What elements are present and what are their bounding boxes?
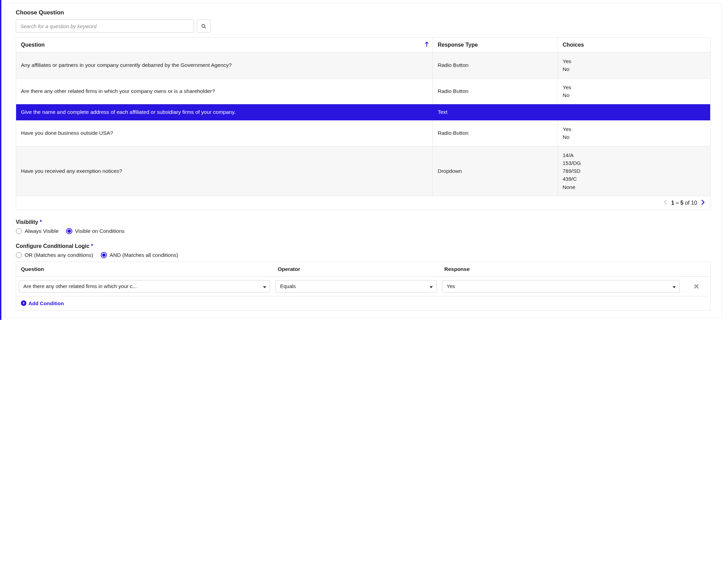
choice-value: No <box>563 65 706 73</box>
sort-asc-icon[interactable] <box>425 42 428 48</box>
radio-icon <box>66 228 72 234</box>
radio-and[interactable]: AND (Matches all conditions) <box>101 252 178 258</box>
conditional-logic-title: Configure Conditional Logic * <box>16 243 711 249</box>
question-table: Question Response Type Choices Any affil… <box>16 37 711 210</box>
radio-always-visible[interactable]: Always Visible <box>16 228 59 234</box>
caret-down-icon <box>672 283 676 289</box>
radio-icon <box>101 252 107 258</box>
cond-col-operator: Operator <box>273 262 439 277</box>
choice-value: 789/SD <box>563 167 706 175</box>
question-cell: Have you received any exemption notices? <box>16 146 433 196</box>
cond-col-response: Response <box>439 262 682 277</box>
response-type-cell: Text <box>433 104 558 120</box>
choice-value: Yes <box>563 57 706 65</box>
table-row[interactable]: Are there any other related firms in whi… <box>16 79 710 105</box>
choice-value: 14/A <box>563 151 706 159</box>
choice-value: No <box>563 91 706 99</box>
svg-line-1 <box>204 27 205 28</box>
pager-prev-icon[interactable] <box>663 200 668 206</box>
question-cell: Have you done business outside USA? <box>16 120 433 146</box>
response-type-cell: Dropdown <box>433 146 558 196</box>
conditional-logic-title-label: Configure Conditional Logic <box>16 243 89 249</box>
choice-value: None <box>563 183 706 191</box>
pager-next-icon[interactable] <box>701 200 705 206</box>
question-cell: Any affiliates or partners in your compa… <box>16 52 433 79</box>
choose-question-title: Choose Question <box>16 9 711 16</box>
response-type-cell: Radio Button <box>433 52 558 79</box>
choices-cell: 14/A153/DG789/SD439/CNone <box>558 146 711 196</box>
svg-point-0 <box>202 24 205 27</box>
choice-value: Yes <box>563 83 706 91</box>
pager: 1 – 5 of 10 <box>663 200 705 206</box>
col-header-response-type[interactable]: Response Type <box>433 38 558 52</box>
conditions-header-row: Question Operator Response <box>16 262 710 277</box>
condition-response-select[interactable]: Yes <box>442 280 680 293</box>
radio-and-label: AND (Matches all conditions) <box>110 252 178 258</box>
visibility-title-label: Visibility <box>16 219 38 225</box>
choices-cell: YesNo <box>558 52 711 79</box>
pager-range: 1 – 5 <box>671 200 683 206</box>
choices-cell: YesNo <box>558 79 711 105</box>
response-type-cell: Radio Button <box>433 120 558 146</box>
choices-cell: YesNo <box>558 120 711 146</box>
table-row[interactable]: Have you received any exemption notices?… <box>16 146 710 196</box>
question-cell: Give the name and complete address of ea… <box>16 104 433 120</box>
response-type-cell: Radio Button <box>433 79 558 105</box>
condition-response-value: Yes <box>447 283 455 289</box>
condition-row: Are there any other related firms in whi… <box>16 277 710 296</box>
cond-col-action <box>682 262 710 277</box>
caret-down-icon <box>429 283 433 289</box>
col-header-choices[interactable]: Choices <box>558 38 711 52</box>
pager-total: 10 <box>691 200 697 206</box>
choice-value: No <box>563 133 706 141</box>
caret-down-icon <box>263 283 266 289</box>
col-header-question-label: Question <box>21 42 45 48</box>
condition-question-value: Are there any other related firms in whi… <box>23 283 137 289</box>
search-icon <box>201 24 206 29</box>
cond-col-question: Question <box>16 262 273 277</box>
radio-icon <box>16 228 22 234</box>
radio-always-visible-label: Always Visible <box>25 228 59 234</box>
radio-visible-on-conditions-label: Visible on Conditions <box>75 228 124 234</box>
table-row[interactable]: Have you done business outside USA?Radio… <box>16 120 710 146</box>
required-indicator: * <box>40 219 42 225</box>
choice-value: 153/DG <box>563 159 706 167</box>
condition-question-select[interactable]: Are there any other related firms in whi… <box>19 280 270 293</box>
choice-value: Yes <box>563 125 706 133</box>
visibility-options: Always Visible Visible on Conditions <box>16 228 711 234</box>
add-condition-button[interactable]: + Add Condition <box>16 296 710 310</box>
pager-text: 1 – 5 of 10 <box>671 200 697 206</box>
pager-of: of <box>685 200 689 206</box>
delete-condition-button[interactable] <box>682 277 710 296</box>
table-row[interactable]: Any affiliates or partners in your compa… <box>16 52 710 79</box>
condition-operator-select[interactable]: Equals <box>276 280 437 293</box>
col-header-question[interactable]: Question <box>16 38 433 52</box>
add-condition-label: Add Condition <box>28 300 64 306</box>
visibility-title: Visibility * <box>16 219 711 225</box>
condition-operator-value: Equals <box>280 283 296 289</box>
logic-mode-options: OR (Matches any conditions) AND (Matches… <box>16 252 711 258</box>
choose-question-panel: Choose Question Question Response Type C… <box>4 3 722 319</box>
table-row[interactable]: Give the name and complete address of ea… <box>16 104 710 120</box>
close-icon <box>694 284 699 289</box>
choices-cell <box>558 104 711 120</box>
radio-or-label: OR (Matches any conditions) <box>25 252 93 258</box>
search-button[interactable] <box>197 20 210 33</box>
search-row <box>16 20 711 33</box>
question-cell: Are there any other related firms in whi… <box>16 79 433 105</box>
radio-icon <box>16 252 22 258</box>
search-input[interactable] <box>16 20 194 33</box>
required-indicator: * <box>91 243 93 249</box>
radio-or[interactable]: OR (Matches any conditions) <box>16 252 93 258</box>
conditions-table: Question Operator Response Are there any… <box>16 262 711 311</box>
plus-circle-icon: + <box>21 300 26 306</box>
choice-value: 439/C <box>563 175 706 183</box>
radio-visible-on-conditions[interactable]: Visible on Conditions <box>66 228 124 234</box>
